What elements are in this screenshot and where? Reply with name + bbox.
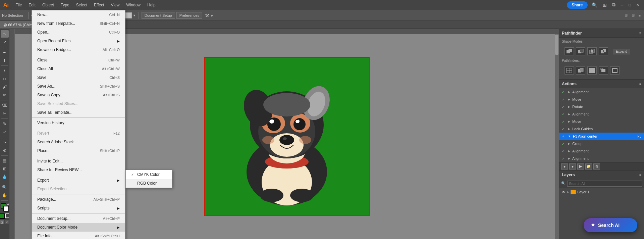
menu-share-review[interactable]: Share for Review NEW... [32, 165, 125, 174]
layers-menu-icon[interactable]: ≡ [639, 173, 641, 177]
menu-invite[interactable]: Invite to Edit... [32, 157, 125, 165]
menu-new[interactable]: New... Ctrl+N [32, 10, 125, 19]
share-button[interactable]: Share [567, 1, 587, 9]
menu-open[interactable]: Open... Ctrl+O [32, 28, 125, 37]
scale-tool[interactable]: ⤢ [1, 128, 9, 136]
menu-search-stock[interactable]: Search Adobe Stock... [32, 138, 125, 146]
pencil-tool[interactable]: ✏ [1, 91, 9, 99]
rgb-color-item[interactable]: RGB Color [126, 179, 172, 188]
vertical-scrollbar[interactable] [555, 34, 559, 239]
action-item-rotate[interactable]: ✓ ▶ Rotate [559, 103, 644, 110]
align-icon[interactable]: ⊟ [630, 12, 636, 18]
paintbrush-tool[interactable]: 🖌 [1, 83, 9, 91]
ai-assistant-bubble[interactable]: ✦ Search AI [584, 218, 637, 232]
menu-effect[interactable]: Effect [91, 0, 107, 10]
menu-export[interactable]: Export ▶ [32, 176, 125, 185]
scissors-tool[interactable]: ✂ [1, 110, 9, 117]
menu-view[interactable]: View [108, 0, 123, 10]
actions-btn-trash[interactable]: 🗑 [593, 163, 600, 170]
action-item-alignment-3[interactable]: ✓ ▶ Alignment [559, 147, 644, 155]
scrollbar-thumb[interactable] [555, 35, 558, 55]
crop-button[interactable] [599, 66, 608, 75]
menu-save-copy[interactable]: Save a Copy... Alt+Ctrl+S [32, 91, 125, 99]
pen-tool[interactable]: ✒ [1, 49, 9, 56]
menu-close[interactable]: Close Ctrl+W [32, 56, 125, 64]
normal-mode-btn[interactable]: ◻ [0, 220, 4, 224]
actions-menu-icon[interactable]: ≡ [639, 82, 641, 86]
more-icon[interactable]: ≡ [637, 13, 642, 18]
mesh-tool[interactable]: ⊞ [1, 165, 9, 173]
stroke-indicator[interactable] [5, 213, 10, 218]
document-setup-button[interactable]: Document Setup [142, 12, 175, 19]
rect-tool[interactable]: □ [1, 75, 9, 83]
menu-save-template[interactable]: Save as Template... [32, 108, 125, 117]
minimize-button[interactable]: ─ [620, 3, 625, 7]
menu-close-all[interactable]: Close All Alt+Ctrl+W [32, 64, 125, 73]
menu-type[interactable]: Type [57, 0, 73, 10]
menu-bridge[interactable]: Browse in Bridge... Alt+Ctrl+O [32, 45, 125, 54]
action-item-group[interactable]: ✓ ▶ Group [559, 140, 644, 147]
blend-tool[interactable]: ⊛ [1, 147, 9, 154]
action-item-alignment-2[interactable]: ✓ ▶ Alignment [559, 110, 644, 118]
intersect-button[interactable] [587, 47, 597, 55]
warp-tool[interactable]: 〜 [1, 139, 9, 146]
menu-file[interactable]: File [12, 0, 25, 10]
action-item-f3-align[interactable]: ✓ ▼ F3 Align center F3 [559, 133, 644, 140]
layer-visibility-icon[interactable]: 👁 [562, 190, 566, 194]
menu-save[interactable]: Save Ctrl+S [32, 73, 125, 82]
actions-btn-play[interactable]: ▶ [577, 163, 584, 170]
merge-button[interactable] [587, 66, 597, 75]
pathfinder-collapse-icon[interactable]: ≡ [639, 31, 641, 35]
menu-help[interactable]: Help [144, 0, 159, 10]
trim-button[interactable] [576, 66, 585, 75]
style-color-box[interactable] [125, 12, 132, 18]
cmyk-color-item[interactable]: ✓ CMYK Color [126, 170, 172, 179]
color-swatches[interactable]: ⇄ [1, 203, 9, 211]
swap-colors-icon[interactable]: ⇄ [7, 203, 9, 206]
menu-window[interactable]: Window [123, 0, 144, 10]
action-item-alignment-1[interactable]: ✓ ▶ Alignment [559, 88, 644, 96]
expand-button[interactable]: Expand [613, 49, 630, 54]
hand-tool[interactable]: ✋ [1, 192, 9, 199]
minus-front-button[interactable] [576, 47, 585, 55]
zoom-tool[interactable]: 🔍 [1, 184, 9, 191]
layer-1-row[interactable]: 👁 ▶ Layer 1 [559, 188, 644, 196]
select-tool[interactable]: ↖ [1, 30, 9, 38]
background-color[interactable] [3, 206, 9, 211]
panel-icon[interactable]: ⧉ [611, 1, 617, 8]
menu-place[interactable]: Place... Shift+Ctrl+P [32, 146, 125, 155]
type-tool[interactable]: T [1, 57, 9, 64]
outline-button[interactable] [610, 66, 620, 75]
menu-edit[interactable]: Edit [25, 0, 39, 10]
search-icon[interactable]: 🔍 [590, 2, 599, 8]
menu-scripts[interactable]: Scripts ▶ [32, 204, 125, 212]
actions-btn-folder[interactable]: 📁 [585, 163, 592, 170]
actions-btn-2[interactable]: ● [569, 163, 576, 170]
divide-button[interactable] [565, 66, 574, 75]
none-btn[interactable]: ⊘ [5, 220, 10, 224]
exclude-button[interactable] [599, 47, 608, 55]
menu-new-template[interactable]: New from Template... Shift+Ctrl+N [32, 19, 125, 28]
maximize-button[interactable]: □ [627, 3, 632, 7]
rotate-tool[interactable]: ↻ [1, 120, 9, 128]
eyedropper-tool[interactable]: 💧 [1, 173, 9, 181]
menu-select[interactable]: Select [73, 0, 91, 10]
menu-save-as[interactable]: Save As... Shift+Ctrl+S [32, 82, 125, 91]
tools-icon[interactable]: ⚒ [205, 13, 209, 18]
menu-object[interactable]: Object [39, 0, 57, 10]
preferences-button[interactable]: Preferences [176, 12, 202, 19]
menu-open-recent[interactable]: Open Recent Files ▶ [32, 37, 125, 45]
action-item-alignment-4[interactable]: ✓ ▶ Alignment [559, 155, 644, 162]
line-tool[interactable]: / [1, 67, 9, 75]
unite-button[interactable] [565, 47, 574, 55]
layers-search-input[interactable] [567, 181, 642, 187]
fill-indicator[interactable] [0, 213, 5, 219]
eraser-tool[interactable]: ⌫ [1, 102, 9, 109]
action-item-move-2[interactable]: ✓ ▶ Move [559, 118, 644, 125]
action-item-lock-guides[interactable]: ✓ ▶ Lock Guides [559, 125, 644, 133]
actions-btn-1[interactable]: ● [561, 163, 568, 170]
gradient-tool[interactable]: ▤ [1, 157, 9, 164]
arrange-icon[interactable]: ⊞ [623, 12, 629, 18]
menu-file-info[interactable]: File Info... Alt+Shift+Ctrl+I [32, 232, 125, 239]
direct-select-tool[interactable]: ↗ [1, 38, 9, 46]
